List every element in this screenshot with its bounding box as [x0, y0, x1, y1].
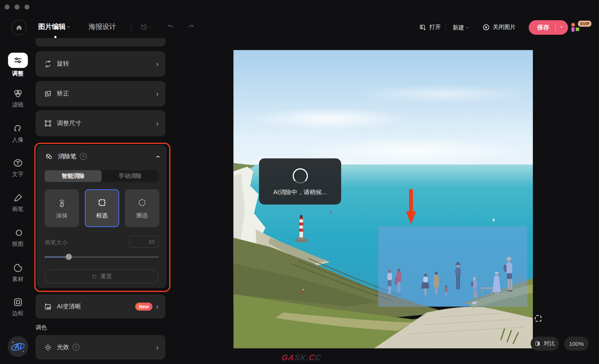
sidebar-item-border[interactable]: 边框	[0, 296, 35, 317]
undo-icon	[166, 23, 175, 32]
mode-smear-button[interactable]: 涂抹	[45, 189, 79, 227]
panel-card-light-effect[interactable]: 光效 ? ›	[35, 335, 165, 360]
box-select-cursor	[535, 315, 541, 322]
open-button[interactable]: 打开	[419, 23, 441, 31]
watermark-part: SK	[294, 353, 307, 362]
panel-card-partial[interactable]	[35, 38, 165, 47]
rotate-label: 旋转	[57, 60, 69, 68]
reset-button[interactable]: 重置	[45, 270, 158, 284]
slider-thumb[interactable]	[66, 254, 72, 260]
mode-lasso-button[interactable]: 圈选	[125, 189, 159, 227]
spinner-icon	[293, 168, 308, 183]
eraser-header[interactable]: 消除笔 ? ›	[45, 152, 158, 161]
rotate-icon	[43, 60, 52, 68]
open-image-icon	[419, 23, 427, 31]
brush-size-slider[interactable]	[45, 254, 158, 260]
close-image-button[interactable]: 关闭图片	[482, 23, 516, 31]
panel-card-ai-clarity[interactable]: AI变清晰 New ›	[35, 294, 165, 319]
toast-text: AI消除中，请稍候...	[273, 188, 327, 196]
chevron-right-icon: ›	[156, 60, 159, 68]
maximize-window-button[interactable]	[24, 4, 29, 9]
sidebar-item-label: 画笔	[12, 206, 23, 213]
sidebar-item-brush[interactable]: 画笔	[0, 192, 35, 213]
eraser-tabs: 智能消除 手动消除	[45, 170, 158, 182]
brush-size-input[interactable]: 20	[129, 236, 158, 248]
menu-poster-design-label: 海报设计	[89, 23, 116, 31]
smear-icon	[56, 197, 68, 208]
watermark-part: C	[314, 353, 322, 362]
mode-smear-label: 涂抹	[56, 212, 68, 219]
sidebar-item-label: 文字	[12, 171, 23, 178]
chevron-up-icon[interactable]: ›	[154, 155, 161, 158]
sidebar-item-label: 人像	[12, 136, 23, 143]
open-label: 打开	[429, 24, 441, 31]
svip-label: SVIP	[580, 21, 589, 26]
help-icon[interactable]: ?	[73, 344, 80, 351]
sidebar-item-cutout[interactable]: 抠图	[0, 227, 35, 248]
ai-erase-toast: AI消除中，请稍候...	[259, 158, 341, 204]
panel-card-straighten[interactable]: 矫正 ›	[35, 81, 165, 106]
history-button[interactable]: ›	[140, 23, 151, 31]
box-select-icon	[96, 197, 108, 208]
redo-button[interactable]	[186, 23, 195, 32]
minimize-window-button[interactable]	[14, 4, 19, 9]
sidebar-item-adjust[interactable]: 调整	[0, 53, 35, 77]
home-icon	[15, 24, 23, 31]
sidebar-item-label: 素材	[12, 275, 23, 283]
selection-tint-overlay	[378, 226, 527, 307]
undo-button[interactable]	[166, 23, 175, 32]
tone-section-label: 调色	[35, 324, 47, 331]
photo-editor-window: 图片编辑 › 海报设计 › 打开 新建 › 关闭图片 保存 ›	[0, 0, 599, 364]
brush-size-value: 20	[148, 239, 155, 245]
mode-box-select-button[interactable]: 框选	[85, 189, 119, 227]
history-icon	[140, 23, 148, 31]
text-icon	[12, 157, 23, 169]
sidebar-item-filter[interactable]: 滤镜	[0, 88, 35, 108]
straighten-label: 矫正	[57, 90, 69, 98]
reset-icon	[91, 273, 97, 279]
new-button[interactable]: 新建 ›	[453, 24, 468, 31]
save-button[interactable]: 保存 ›	[529, 20, 568, 35]
filter-circles-icon	[12, 88, 23, 99]
new-label: 新建	[453, 24, 464, 31]
sidebar-item-text[interactable]: 文字	[0, 157, 35, 178]
ai-logo-text: AI	[14, 343, 22, 351]
chevron-right-icon: ›	[156, 303, 159, 310]
eraser-highlight-outline: 消除笔 ? › 智能消除 手动消除 涂抹 框选 圈选 画笔大小	[34, 143, 170, 292]
home-button[interactable]	[11, 20, 27, 35]
canvas[interactable]: AI消除中，请稍候...	[233, 50, 533, 349]
menu-photo-edit[interactable]: 图片编辑 ›	[38, 22, 70, 31]
lasso-icon	[136, 197, 148, 208]
adjust-active-pill	[8, 53, 28, 68]
chevron-down-icon: ›	[66, 26, 72, 28]
sidebar-item-label: 抠图	[12, 240, 23, 248]
zoom-level-button[interactable]: 100%	[564, 337, 589, 351]
close-window-button[interactable]	[4, 4, 9, 9]
portrait-icon	[12, 123, 23, 134]
menu-poster-design[interactable]: 海报设计	[89, 22, 116, 31]
ai-logo-icon: AI	[8, 336, 28, 357]
save-label: 保存	[529, 23, 555, 31]
panel-card-resize[interactable]: 调整尺寸 ›	[35, 110, 165, 136]
ai-assistant-button[interactable]: AI	[8, 336, 28, 357]
save-split-divider	[555, 23, 556, 32]
chevron-down-icon: ›	[465, 27, 470, 29]
frame-icon	[12, 296, 23, 308]
panel-card-rotate[interactable]: 旋转 ›	[35, 51, 165, 77]
slider-fill	[45, 257, 68, 258]
help-icon[interactable]: ?	[80, 153, 87, 160]
eraser-title: 消除笔	[58, 152, 76, 160]
chevron-right-icon: ›	[156, 90, 159, 97]
mode-box-select-label: 框选	[96, 212, 108, 219]
brush-icon	[12, 192, 23, 204]
tab-manual-erase[interactable]: 手动消除	[102, 170, 158, 182]
compare-button[interactable]: 对比	[531, 337, 559, 351]
ai-erase-selection-region[interactable]	[378, 226, 527, 307]
mode-lasso-label: 圈选	[136, 212, 148, 219]
watermark-part: GA	[281, 353, 295, 362]
sidebar-item-portrait[interactable]: 人像	[0, 123, 35, 144]
sidebar-item-material[interactable]: 素材	[0, 262, 35, 283]
tab-smart-erase[interactable]: 智能消除	[45, 170, 102, 182]
topbar-divider	[131, 22, 132, 32]
eraser-pen-icon	[45, 152, 54, 161]
